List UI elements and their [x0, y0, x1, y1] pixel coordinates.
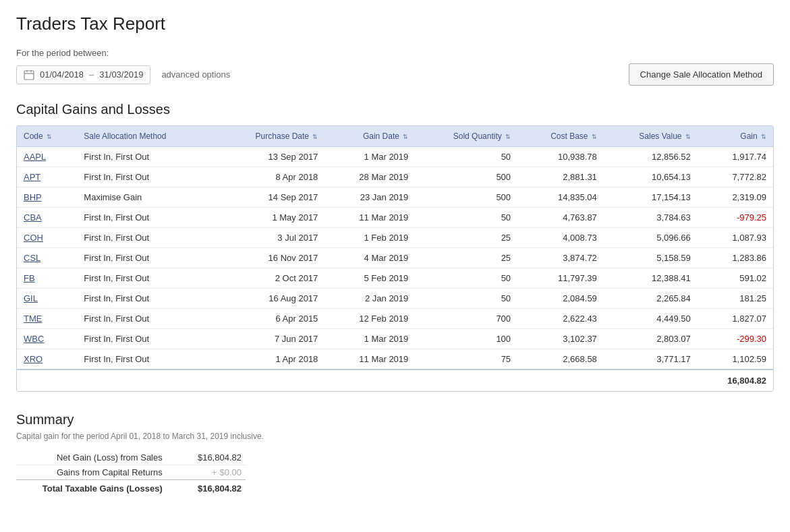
cell-code[interactable]: GIL [17, 289, 77, 309]
summary-section: Summary Capital gain for the period Apri… [16, 412, 774, 496]
cell-sold-qty: 100 [415, 329, 517, 349]
cell-code[interactable]: APT [17, 167, 77, 187]
cell-sale-alloc: First In, First Out [77, 167, 215, 187]
cell-gain: 181.25 [698, 289, 773, 309]
cell-sold-qty: 500 [415, 187, 517, 208]
cell-sold-qty: 25 [415, 228, 517, 248]
sort-icon-gain-date: ⇅ [403, 134, 408, 140]
sort-icon-gain: ⇅ [761, 134, 766, 140]
cell-purchase-date: 2 Oct 2017 [215, 268, 325, 289]
summary-row: Gains from Capital Returns +$0.00 [16, 465, 246, 480]
col-header-gain-date[interactable]: Gain Date ⇅ [325, 126, 415, 147]
cell-code[interactable]: BHP [17, 187, 77, 208]
cell-purchase-date: 14 Sep 2017 [215, 187, 325, 208]
cell-code[interactable]: FB [17, 268, 77, 289]
cell-cost-base: 2,084.59 [517, 289, 604, 309]
table-row: WBC First In, First Out 7 Jun 2017 1 Mar… [17, 329, 773, 349]
svg-rect-0 [24, 71, 34, 80]
cell-gain-date: 1 Mar 2019 [325, 147, 415, 167]
cell-cost-base: 3,102.37 [517, 329, 604, 349]
summary-amount: $16,804.82 [167, 450, 246, 465]
table-row: BHP Maximise Gain 14 Sep 2017 23 Jan 201… [17, 187, 773, 208]
cell-purchase-date: 16 Aug 2017 [215, 289, 325, 309]
col-header-gain[interactable]: Gain ⇅ [698, 126, 773, 147]
table-row: GIL First In, First Out 16 Aug 2017 2 Ja… [17, 289, 773, 309]
cell-gain-date: 12 Feb 2019 [325, 309, 415, 329]
table-row: CBA First In, First Out 1 May 2017 11 Ma… [17, 208, 773, 228]
sort-icon-sold-qty: ⇅ [505, 134, 511, 140]
cell-cost-base: 14,835.04 [517, 187, 604, 208]
cell-code[interactable]: XRO [17, 349, 77, 370]
cell-code[interactable]: WBC [17, 329, 77, 349]
table-row: XRO First In, First Out 1 Apr 2018 11 Ma… [17, 349, 773, 370]
cell-sales-value: 3,784.63 [604, 208, 698, 228]
cell-sale-alloc: Maximise Gain [77, 187, 215, 208]
summary-amount: $16,804.82 [167, 480, 246, 496]
table-row: FB First In, First Out 2 Oct 2017 5 Feb … [17, 268, 773, 289]
cell-gain: 2,319.09 [698, 187, 773, 208]
summary-title: Summary [16, 412, 774, 427]
cell-gain: 1,102.59 [698, 349, 773, 370]
cell-cost-base: 3,874.72 [517, 248, 604, 268]
controls-row: 01/04/2018 – 31/03/2019 advanced options… [16, 63, 774, 86]
cell-cost-base: 2,668.58 [517, 349, 604, 370]
col-header-cost-base[interactable]: Cost Base ⇅ [517, 126, 604, 147]
cell-sold-qty: 50 [415, 208, 517, 228]
summary-label: Total Taxable Gains (Losses) [16, 480, 167, 496]
cell-sold-qty: 500 [415, 167, 517, 187]
cell-cost-base: 11,797.39 [517, 268, 604, 289]
date-range-box[interactable]: 01/04/2018 – 31/03/2019 [16, 65, 150, 84]
cell-sold-qty: 700 [415, 309, 517, 329]
cell-gain: -979.25 [698, 208, 773, 228]
cell-cost-base: 2,881.31 [517, 167, 604, 187]
cell-sales-value: 12,856.52 [604, 147, 698, 167]
cell-sold-qty: 75 [415, 349, 517, 370]
cell-gain-date: 5 Feb 2019 [325, 268, 415, 289]
cell-sold-qty: 50 [415, 147, 517, 167]
sort-icon-sales-value: ⇅ [685, 134, 691, 140]
col-header-sales-value[interactable]: Sales Value ⇅ [604, 126, 698, 147]
cell-code[interactable]: TME [17, 309, 77, 329]
cell-code[interactable]: CSL [17, 248, 77, 268]
cell-gain-date: 1 Feb 2019 [325, 228, 415, 248]
col-header-sold-qty[interactable]: Sold Quantity ⇅ [415, 126, 517, 147]
cell-sales-value: 3,771.17 [604, 349, 698, 370]
cell-gain-date: 1 Mar 2019 [325, 329, 415, 349]
sort-icon-cost-base: ⇅ [592, 134, 597, 140]
sort-icon-purchase-date: ⇅ [312, 134, 318, 140]
cell-purchase-date: 16 Nov 2017 [215, 248, 325, 268]
cell-sales-value: 5,158.59 [604, 248, 698, 268]
cell-gain: 1,283.86 [698, 248, 773, 268]
cell-gain-date: 11 Mar 2019 [325, 349, 415, 370]
col-header-code[interactable]: Code ⇅ [17, 126, 77, 147]
advanced-options-link[interactable]: advanced options [161, 69, 230, 80]
period-label: For the period between: [16, 48, 774, 58]
total-row: 16,804.82 [17, 370, 773, 391]
cell-purchase-date: 3 Jul 2017 [215, 228, 325, 248]
cell-purchase-date: 1 May 2017 [215, 208, 325, 228]
cell-code[interactable]: CBA [17, 208, 77, 228]
cell-code[interactable]: COH [17, 228, 77, 248]
cell-cost-base: 4,008.73 [517, 228, 604, 248]
capital-gains-table-container: Code ⇅ Sale Allocation Method Purchase D… [16, 125, 774, 392]
change-allocation-button[interactable]: Change Sale Allocation Method [629, 63, 774, 86]
capital-gains-title: Capital Gains and Losses [16, 102, 774, 117]
summary-table: Net Gain (Loss) from Sales $16,804.82 Ga… [16, 450, 246, 496]
cell-gain: 1,827.07 [698, 309, 773, 329]
cell-sales-value: 17,154.13 [604, 187, 698, 208]
summary-row: Total Taxable Gains (Losses) $16,804.82 [16, 480, 246, 496]
table-header-row: Code ⇅ Sale Allocation Method Purchase D… [17, 126, 773, 147]
cell-purchase-date: 7 Jun 2017 [215, 329, 325, 349]
cell-gain-date: 11 Mar 2019 [325, 208, 415, 228]
cell-sold-qty: 50 [415, 289, 517, 309]
cell-gain-date: 4 Mar 2019 [325, 248, 415, 268]
cell-gain-date: 23 Jan 2019 [325, 187, 415, 208]
cell-sale-alloc: First In, First Out [77, 248, 215, 268]
cell-code[interactable]: AAPL [17, 147, 77, 167]
col-header-sale-alloc[interactable]: Sale Allocation Method [77, 126, 215, 147]
summary-row: Net Gain (Loss) from Sales $16,804.82 [16, 450, 246, 465]
total-amount: 16,804.82 [698, 370, 773, 391]
cell-gain: 1,087.93 [698, 228, 773, 248]
col-header-purchase-date[interactable]: Purchase Date ⇅ [215, 126, 325, 147]
cell-gain: 7,772.82 [698, 167, 773, 187]
